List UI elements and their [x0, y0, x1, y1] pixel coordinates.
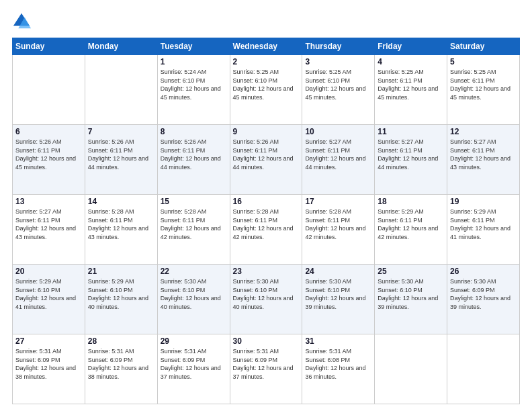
day-number: 30 [233, 336, 300, 346]
day-info: Sunrise: 5:29 AM Sunset: 6:10 PM Dayligh… [15, 277, 82, 311]
day-number: 23 [233, 267, 300, 276]
col-tuesday: Tuesday [157, 38, 230, 55]
day-info: Sunrise: 5:30 AM Sunset: 6:10 PM Dayligh… [161, 277, 227, 311]
weekday-header-row: Sunday Monday Tuesday Wednesday Thursday… [13, 38, 520, 55]
day-number: 3 [305, 57, 371, 66]
col-saturday: Saturday [447, 38, 520, 55]
col-wednesday: Wednesday [230, 38, 302, 55]
day-info: Sunrise: 5:30 AM Sunset: 6:10 PM Dayligh… [233, 277, 300, 311]
day-info: Sunrise: 5:30 AM Sunset: 6:10 PM Dayligh… [305, 277, 371, 311]
day-info: Sunrise: 5:27 AM Sunset: 6:11 PM Dayligh… [305, 138, 371, 171]
table-row: 31Sunrise: 5:31 AM Sunset: 6:08 PM Dayli… [302, 334, 375, 404]
day-info: Sunrise: 5:25 AM Sunset: 6:11 PM Dayligh… [378, 68, 444, 101]
table-row: 27Sunrise: 5:31 AM Sunset: 6:09 PM Dayli… [13, 334, 85, 404]
day-info: Sunrise: 5:31 AM Sunset: 6:08 PM Dayligh… [305, 347, 371, 381]
day-info: Sunrise: 5:29 AM Sunset: 6:11 PM Dayligh… [378, 208, 444, 241]
table-row [85, 55, 157, 125]
table-row: 15Sunrise: 5:28 AM Sunset: 6:11 PM Dayli… [157, 195, 230, 265]
day-number: 16 [233, 197, 300, 206]
day-info: Sunrise: 5:26 AM Sunset: 6:11 PM Dayligh… [161, 138, 227, 171]
day-number: 12 [450, 127, 517, 136]
col-monday: Monday [85, 38, 157, 55]
calendar-week-row: 20Sunrise: 5:29 AM Sunset: 6:10 PM Dayli… [13, 265, 520, 334]
day-number: 2 [233, 57, 300, 66]
table-row: 22Sunrise: 5:30 AM Sunset: 6:10 PM Dayli… [157, 265, 230, 334]
day-number: 10 [305, 127, 371, 136]
day-info: Sunrise: 5:28 AM Sunset: 6:11 PM Dayligh… [305, 208, 371, 241]
day-number: 11 [378, 127, 444, 136]
day-info: Sunrise: 5:26 AM Sunset: 6:11 PM Dayligh… [15, 138, 82, 171]
day-info: Sunrise: 5:27 AM Sunset: 6:11 PM Dayligh… [378, 138, 444, 171]
day-number: 13 [15, 197, 82, 206]
day-info: Sunrise: 5:26 AM Sunset: 6:11 PM Dayligh… [233, 138, 300, 171]
day-info: Sunrise: 5:25 AM Sunset: 6:10 PM Dayligh… [233, 68, 300, 101]
day-info: Sunrise: 5:27 AM Sunset: 6:11 PM Dayligh… [450, 138, 517, 171]
col-thursday: Thursday [302, 38, 375, 55]
table-row: 16Sunrise: 5:28 AM Sunset: 6:11 PM Dayli… [230, 195, 302, 265]
logo [12, 12, 34, 31]
day-info: Sunrise: 5:30 AM Sunset: 6:09 PM Dayligh… [450, 277, 517, 311]
table-row [13, 55, 85, 125]
day-number: 19 [450, 197, 517, 206]
day-info: Sunrise: 5:28 AM Sunset: 6:11 PM Dayligh… [88, 208, 154, 241]
day-number: 7 [88, 127, 154, 136]
day-number: 21 [88, 267, 154, 276]
day-number: 14 [88, 197, 154, 206]
table-row [375, 334, 447, 404]
day-info: Sunrise: 5:26 AM Sunset: 6:11 PM Dayligh… [88, 138, 154, 171]
table-row: 7Sunrise: 5:26 AM Sunset: 6:11 PM Daylig… [85, 125, 157, 195]
table-row: 23Sunrise: 5:30 AM Sunset: 6:10 PM Dayli… [230, 265, 302, 334]
calendar-week-row: 13Sunrise: 5:27 AM Sunset: 6:11 PM Dayli… [13, 195, 520, 265]
table-row: 20Sunrise: 5:29 AM Sunset: 6:10 PM Dayli… [13, 265, 85, 334]
calendar-week-row: 6Sunrise: 5:26 AM Sunset: 6:11 PM Daylig… [13, 125, 520, 195]
table-row: 13Sunrise: 5:27 AM Sunset: 6:11 PM Dayli… [13, 195, 85, 265]
table-row: 5Sunrise: 5:25 AM Sunset: 6:11 PM Daylig… [447, 55, 520, 125]
col-sunday: Sunday [13, 38, 85, 55]
table-row: 28Sunrise: 5:31 AM Sunset: 6:09 PM Dayli… [85, 334, 157, 404]
day-number: 26 [450, 267, 517, 276]
day-number: 15 [161, 197, 227, 206]
day-number: 9 [233, 127, 300, 136]
day-number: 17 [305, 197, 371, 206]
day-number: 6 [15, 127, 82, 136]
day-info: Sunrise: 5:29 AM Sunset: 6:11 PM Dayligh… [450, 208, 517, 241]
day-number: 4 [378, 57, 444, 66]
table-row: 19Sunrise: 5:29 AM Sunset: 6:11 PM Dayli… [447, 195, 520, 265]
calendar-week-row: 1Sunrise: 5:24 AM Sunset: 6:10 PM Daylig… [13, 55, 520, 125]
page: Sunday Monday Tuesday Wednesday Thursday… [0, 0, 532, 411]
header [12, 12, 520, 31]
table-row: 1Sunrise: 5:24 AM Sunset: 6:10 PM Daylig… [157, 55, 230, 125]
day-info: Sunrise: 5:29 AM Sunset: 6:10 PM Dayligh… [88, 277, 154, 311]
table-row: 6Sunrise: 5:26 AM Sunset: 6:11 PM Daylig… [13, 125, 85, 195]
table-row: 8Sunrise: 5:26 AM Sunset: 6:11 PM Daylig… [157, 125, 230, 195]
day-number: 20 [15, 267, 82, 276]
day-number: 25 [378, 267, 444, 276]
table-row: 2Sunrise: 5:25 AM Sunset: 6:10 PM Daylig… [230, 55, 302, 125]
day-number: 29 [161, 336, 227, 346]
calendar-week-row: 27Sunrise: 5:31 AM Sunset: 6:09 PM Dayli… [13, 334, 520, 404]
table-row: 25Sunrise: 5:30 AM Sunset: 6:10 PM Dayli… [375, 265, 447, 334]
table-row: 9Sunrise: 5:26 AM Sunset: 6:11 PM Daylig… [230, 125, 302, 195]
day-number: 8 [161, 127, 227, 136]
day-number: 1 [161, 57, 227, 66]
day-info: Sunrise: 5:24 AM Sunset: 6:10 PM Dayligh… [161, 68, 227, 101]
table-row: 29Sunrise: 5:31 AM Sunset: 6:09 PM Dayli… [157, 334, 230, 404]
day-info: Sunrise: 5:28 AM Sunset: 6:11 PM Dayligh… [233, 208, 300, 241]
table-row: 17Sunrise: 5:28 AM Sunset: 6:11 PM Dayli… [302, 195, 375, 265]
table-row: 11Sunrise: 5:27 AM Sunset: 6:11 PM Dayli… [375, 125, 447, 195]
logo-icon [12, 12, 31, 31]
day-info: Sunrise: 5:25 AM Sunset: 6:10 PM Dayligh… [305, 68, 371, 101]
day-number: 5 [450, 57, 517, 66]
table-row: 10Sunrise: 5:27 AM Sunset: 6:11 PM Dayli… [302, 125, 375, 195]
day-info: Sunrise: 5:31 AM Sunset: 6:09 PM Dayligh… [233, 347, 300, 381]
day-info: Sunrise: 5:30 AM Sunset: 6:10 PM Dayligh… [378, 277, 444, 311]
table-row: 26Sunrise: 5:30 AM Sunset: 6:09 PM Dayli… [447, 265, 520, 334]
day-number: 31 [305, 336, 371, 346]
table-row: 21Sunrise: 5:29 AM Sunset: 6:10 PM Dayli… [85, 265, 157, 334]
day-number: 24 [305, 267, 371, 276]
day-number: 27 [15, 336, 82, 346]
table-row: 3Sunrise: 5:25 AM Sunset: 6:10 PM Daylig… [302, 55, 375, 125]
table-row: 18Sunrise: 5:29 AM Sunset: 6:11 PM Dayli… [375, 195, 447, 265]
day-info: Sunrise: 5:27 AM Sunset: 6:11 PM Dayligh… [15, 208, 82, 241]
table-row: 12Sunrise: 5:27 AM Sunset: 6:11 PM Dayli… [447, 125, 520, 195]
